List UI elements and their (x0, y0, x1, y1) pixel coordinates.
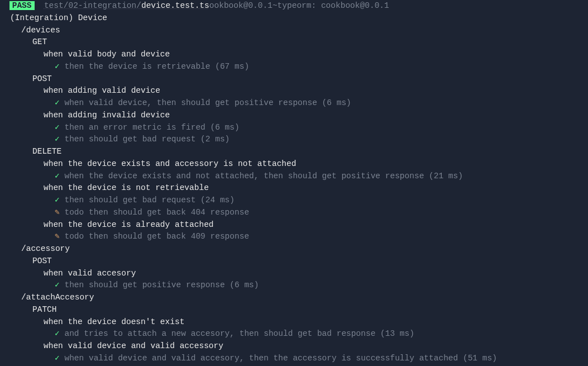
route-attach-accessory: /attachAccesory (0, 292, 588, 304)
describe-block: when the device is already attached (0, 219, 588, 231)
test-text: then should get bad request (24 ms) (64, 196, 235, 205)
root-suite: (Integration) Device (0, 12, 588, 25)
describe-block: when valid accesory (0, 268, 588, 280)
check-icon: ✓ (55, 196, 60, 205)
check-icon: ✓ (55, 354, 60, 363)
test-text: then an error metric is fired (6 ms) (64, 123, 239, 132)
test-path-prefix: test/02-integration/ (44, 1, 141, 10)
test-text: and tries to attach a new accesory, then… (64, 329, 414, 338)
header-trailing: ookbook@0.0.1~typeorm: cookbook@0.0.1 (209, 1, 389, 10)
test-text: then should get positive response (6 ms) (64, 281, 259, 289)
test-text: todo then should get back 409 response (64, 232, 249, 241)
check-icon: ✓ (55, 123, 60, 132)
test-text: then should get bad request (2 ms) (64, 135, 230, 144)
test-text: when the device exists and not attached,… (64, 172, 463, 180)
describe-block: when adding invalid device (0, 110, 588, 122)
describe-block: when the device is not retrievable (0, 182, 588, 194)
test-result: ✓ then should get bad request (24 ms) (0, 194, 588, 207)
test-todo: ✎ todo then should get back 404 response (0, 207, 588, 219)
check-icon: ✓ (55, 135, 60, 144)
method-patch: PATCH (0, 304, 588, 316)
route-accessory: /accessory (0, 243, 588, 255)
terminal-output: PASS test/02-integration/device.test.tso… (0, 0, 588, 365)
test-result: ✓ and tries to attach a new accesory, th… (0, 328, 588, 340)
test-result: ✓ then the device is retrievable (67 ms) (0, 61, 588, 73)
method-post: POST (0, 255, 588, 268)
test-filename: device.test.ts (141, 1, 209, 10)
test-result: ✓ then should get positive response (6 m… (0, 279, 588, 292)
check-icon: ✓ (55, 281, 60, 289)
method-post: POST (0, 73, 588, 85)
test-result: ✓ then should get bad request (2 ms) (0, 134, 588, 146)
test-text: then the device is retrievable (67 ms) (64, 62, 249, 71)
test-text: when valid device, then should get posit… (64, 98, 351, 107)
pass-badge: PASS (9, 1, 35, 10)
describe-block: when adding valid device (0, 85, 588, 97)
pencil-icon: ✎ (55, 208, 60, 217)
pencil-icon: ✎ (55, 232, 60, 241)
test-result: ✓ then an error metric is fired (6 ms) (0, 122, 588, 134)
check-icon: ✓ (55, 329, 60, 338)
check-icon: ✓ (55, 62, 60, 71)
test-todo: ✎ todo then should get back 409 response (0, 231, 588, 243)
test-header-line: PASS test/02-integration/device.test.tso… (0, 0, 588, 12)
test-result: ✓ when the device exists and not attache… (0, 170, 588, 183)
check-icon: ✓ (55, 172, 60, 180)
describe-block: when the device exists and accessory is … (0, 158, 588, 170)
describe-block: when valid body and device (0, 49, 588, 61)
test-text: when valid device and valid accesory, th… (64, 354, 496, 363)
describe-block: when valid device and valid accessory (0, 340, 588, 353)
route-devices: /devices (0, 25, 588, 37)
describe-block: when the device doesn't exist (0, 316, 588, 329)
method-get: GET (0, 36, 588, 49)
method-delete: DELETE (0, 146, 588, 158)
test-result: ✓ when valid device and valid accesory, … (0, 353, 588, 365)
check-icon: ✓ (55, 98, 60, 107)
test-result: ✓ when valid device, then should get pos… (0, 97, 588, 110)
test-text: todo then should get back 404 response (64, 208, 249, 217)
